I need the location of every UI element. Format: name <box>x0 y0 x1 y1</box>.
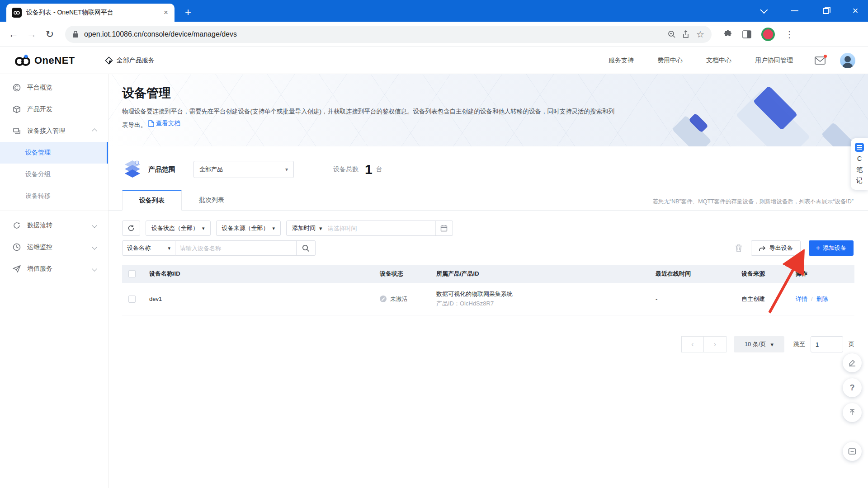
caret-down-icon: ▾ <box>285 166 288 173</box>
nav-user-collab[interactable]: 用户协同管理 <box>755 56 793 65</box>
sidebar-item-device-manage[interactable]: 设备管理 <box>0 142 108 164</box>
time-range-input[interactable] <box>328 225 435 232</box>
col-operations: 操作 <box>796 270 854 278</box>
sidebar-item-product-dev[interactable]: 产品开发 <box>0 99 108 120</box>
table-header: 设备名称/ID 设备状态 所属产品/产品ID 最近在线时间 设备来源 操作 <box>122 265 854 283</box>
tab-search-icon[interactable] <box>752 0 778 22</box>
search-button[interactable] <box>297 240 316 256</box>
sidebar-label: 设备接入管理 <box>27 127 65 135</box>
close-button[interactable]: × <box>843 0 868 22</box>
sidebar-item-ops-monitor[interactable]: 运维监控 <box>0 236 108 258</box>
document-icon <box>148 120 154 127</box>
product-id-label: 产品ID： <box>436 300 460 307</box>
device-total-label: 设备总数 <box>333 165 359 174</box>
detail-link[interactable]: 详情 <box>796 296 807 302</box>
sidebar-item-overview[interactable]: 平台概览 <box>0 77 108 99</box>
sidebar-label: 运维监控 <box>27 243 52 251</box>
col-name: 设备名称/ID <box>149 270 380 278</box>
browser-profile-avatar[interactable] <box>761 28 775 41</box>
all-products-menu[interactable]: 全部产品服务 <box>105 56 155 65</box>
description-line2: 表导出。 <box>122 122 146 128</box>
row-operations: 详情/删除 <box>796 295 854 303</box>
sidebar-item-device-group[interactable]: 设备分组 <box>0 164 108 185</box>
device-name-input[interactable] <box>175 240 297 256</box>
tab-title: 设备列表 - OneNET物联网平台 <box>26 9 158 17</box>
sidebar-item-value-added[interactable]: 增值服务 <box>0 258 108 280</box>
minimize-button[interactable] <box>782 0 807 22</box>
device-name[interactable]: dev1 <box>149 296 380 302</box>
back-icon[interactable]: ← <box>5 28 23 40</box>
add-time-select[interactable]: 添加时间 ▾ <box>287 224 328 232</box>
select-all-checkbox[interactable] <box>128 270 136 277</box>
notes-widget[interactable]: C 笔 记 <box>851 138 868 190</box>
reload-icon[interactable]: ↻ <box>41 28 59 40</box>
filter-add-time: 添加时间 ▾ <box>286 221 453 236</box>
product-scope-row: 产品范围 全部产品 ▾ 设备总数 1 台 <box>122 159 854 180</box>
share-icon[interactable] <box>682 30 691 39</box>
delete-selected-button[interactable] <box>735 244 743 253</box>
tab-close-icon[interactable]: × <box>163 8 169 17</box>
side-panel-icon[interactable] <box>742 30 751 38</box>
view-docs-link[interactable]: 查看文档 <box>148 117 180 129</box>
prev-page-button[interactable]: ‹ <box>681 336 704 352</box>
next-page-button[interactable]: › <box>704 336 726 352</box>
url-text[interactable]: open.iot.10086.cn/console/device/manage/… <box>84 30 662 38</box>
collapse-button[interactable] <box>843 442 862 461</box>
page-title: 设备管理 <box>122 85 171 101</box>
sidebar-item-data-flow[interactable]: 数据流转 <box>0 215 108 236</box>
notification-dot <box>824 55 827 58</box>
add-device-button[interactable]: + 添加设备 <box>809 240 854 256</box>
calendar-button[interactable] <box>435 221 453 236</box>
device-total-unit: 台 <box>376 165 382 174</box>
restore-button[interactable] <box>813 0 838 22</box>
onenet-logo[interactable]: OneNET <box>14 55 75 66</box>
filter-device-source[interactable]: 设备来源（全部） ▾ <box>216 221 281 236</box>
export-icon <box>759 245 766 252</box>
browser-tab[interactable]: 设备列表 - OneNET物联网平台 × <box>6 4 175 22</box>
user-avatar[interactable] <box>840 53 855 68</box>
forward-icon[interactable]: → <box>23 28 41 40</box>
page-size-select[interactable]: 10 条/页 ▾ <box>734 336 784 352</box>
nav-billing-center[interactable]: 费用中心 <box>657 56 683 65</box>
extensions-icon[interactable] <box>723 30 732 39</box>
filter-device-status[interactable]: 设备状态（全部） ▾ <box>146 221 211 236</box>
feedback-button[interactable] <box>843 353 862 372</box>
filter-source-label: 设备来源（全部） <box>222 224 269 232</box>
product-scope-select[interactable]: 全部产品 ▾ <box>193 161 294 178</box>
device-source-value: 自主创建 <box>741 295 796 303</box>
browser-titlebar: 设备列表 - OneNET物联网平台 × + × <box>0 0 868 22</box>
plus-icon: + <box>816 244 820 252</box>
help-button[interactable]: ? <box>843 378 862 397</box>
nav-doc-center[interactable]: 文档中心 <box>706 56 731 65</box>
name-field-label: 设备名称 <box>127 244 151 252</box>
sidebar-item-device-transfer[interactable]: 设备转移 <box>0 185 108 207</box>
messages-button[interactable] <box>815 56 826 65</box>
add-device-label: 添加设备 <box>823 244 846 252</box>
minus-box-icon <box>848 447 856 455</box>
refresh-button[interactable] <box>122 221 140 236</box>
product-scope-label: 产品范围 <box>148 165 175 174</box>
sidebar-item-device-access[interactable]: 设备接入管理 <box>0 120 108 142</box>
device-total-value: 1 <box>365 162 373 177</box>
sidebar-label: 数据流转 <box>27 221 52 230</box>
zoom-out-icon[interactable] <box>667 30 676 39</box>
browser-menu-icon[interactable]: ⋮ <box>785 29 794 40</box>
tab-device-list[interactable]: 设备列表 <box>122 190 182 211</box>
address-bar[interactable]: open.iot.10086.cn/console/device/manage/… <box>65 26 712 43</box>
jump-page-input[interactable] <box>811 336 843 352</box>
bookmark-star-icon[interactable]: ☆ <box>696 29 704 40</box>
tab-batch-list[interactable]: 批次列表 <box>182 190 241 211</box>
delete-link[interactable]: 删除 <box>816 296 828 302</box>
name-field-select[interactable]: 设备名称 ▾ <box>122 240 175 256</box>
row-checkbox[interactable] <box>128 296 136 303</box>
device-product-cell: 数据可视化的物联网采集系统 产品ID：OlcHdSz8R7 <box>436 290 656 309</box>
page-banner: 设备管理 物理设备要连接到平台，需要先在平台创建设备(支持单个或批量导入创建)，… <box>108 74 868 146</box>
diamond-icon <box>105 56 113 65</box>
back-to-top-button[interactable] <box>843 403 862 422</box>
list-tabs: 设备列表 批次列表 若您无“NB”套件、MQTT套件的存量设备，则新增设备后，列… <box>108 190 868 211</box>
new-tab-button[interactable]: + <box>182 6 194 18</box>
nav-service-support[interactable]: 服务支持 <box>609 56 634 65</box>
page-size-value: 10 条/页 <box>745 340 766 348</box>
export-devices-button[interactable]: 导出设备 <box>751 240 801 256</box>
table-row: dev1 未激活 数据可视化的物联网采集系统 产品ID：OlcHdSz8R7 -… <box>122 283 854 315</box>
